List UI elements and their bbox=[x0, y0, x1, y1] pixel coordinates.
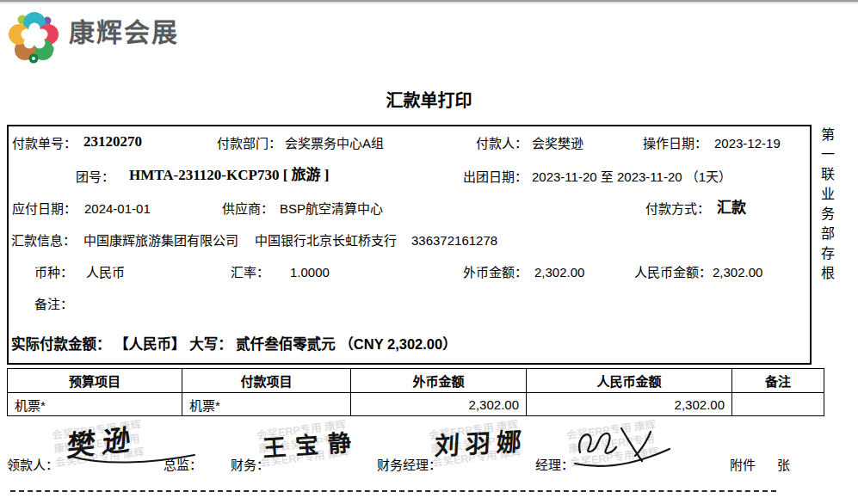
payer-label: 付款人： bbox=[476, 135, 528, 152]
finance-manager-signature: 刘羽娜 bbox=[434, 421, 528, 462]
payment-no-value: 23120270 bbox=[83, 133, 142, 151]
cell-payment-item: 机票* bbox=[182, 393, 351, 416]
stub-copy-label: 第一联业务部存根 bbox=[816, 127, 836, 286]
foreign-amount-label: 外币金额： bbox=[463, 264, 528, 281]
payee-signature-swoosh bbox=[69, 452, 198, 466]
op-date-value: 2023-12-19 bbox=[714, 135, 781, 152]
due-date-label: 应付日期： bbox=[12, 200, 77, 218]
rate-label: 汇率： bbox=[231, 264, 269, 281]
finance-signature: 王宝静 bbox=[262, 423, 361, 464]
manager-signature bbox=[568, 423, 676, 471]
brand-logo-icon bbox=[7, 10, 62, 65]
items-table: 预算项目 付款项目 外币金额 人民币金额 备注 机票* 机票* 2,302.00… bbox=[7, 368, 824, 416]
remit-bank: 中国银行北京长虹桥支行 bbox=[255, 232, 397, 249]
pay-method-label: 付款方式： bbox=[645, 200, 710, 218]
col-payment-item: 付款项目 bbox=[182, 369, 351, 393]
supplier-value: BSP航空清算中心 bbox=[280, 200, 383, 218]
top-divider bbox=[0, 0, 858, 3]
group-no-value: HMTA-231120-KCP730 [ 旅游 ] bbox=[129, 167, 329, 184]
payee-label: 领款人： bbox=[7, 457, 59, 474]
col-cny-amount: 人民币金额 bbox=[527, 369, 732, 393]
cell-cny-amount: 2,302.00 bbox=[527, 393, 732, 416]
group-no-label: 团号： bbox=[76, 169, 114, 186]
foreign-amount-value: 2,302.00 bbox=[534, 264, 584, 281]
cell-foreign-amount: 2,302.00 bbox=[351, 393, 527, 416]
cny-amount-value: 2,302.00 bbox=[713, 264, 762, 281]
cny-amount-label: 人民币金额： bbox=[634, 264, 712, 281]
op-date-label: 操作日期： bbox=[643, 135, 707, 152]
remit-info-label: 汇款信息： bbox=[11, 232, 76, 249]
finance-manager-label: 财务经理： bbox=[377, 457, 441, 474]
remit-company: 中国康辉旅游集团有限公司 bbox=[83, 232, 238, 249]
remit-account: 336372161278 bbox=[411, 232, 497, 249]
currency-value: 人民币 bbox=[86, 264, 125, 281]
page-title: 汇款单打印 bbox=[0, 87, 858, 112]
attachment-label: 附件 bbox=[730, 457, 756, 474]
col-remark: 备注 bbox=[732, 369, 824, 393]
col-budget-item: 预算项目 bbox=[8, 369, 182, 393]
items-header-row: 预算项目 付款项目 外币金额 人民币金额 备注 bbox=[8, 369, 824, 393]
currency-label: 币种： bbox=[34, 264, 73, 281]
cell-budget-item: 机票* bbox=[8, 393, 182, 416]
due-date-value: 2024-01-01 bbox=[84, 200, 151, 218]
rate-value: 1.0000 bbox=[290, 264, 330, 281]
pay-dept-value: 会奖票务中心A组 bbox=[285, 135, 384, 152]
pay-dept-label: 付款部门： bbox=[217, 135, 281, 152]
brand-name: 康辉会展 bbox=[69, 24, 179, 41]
supplier-label: 供应商： bbox=[222, 200, 274, 218]
depart-date-label: 出团日期： bbox=[463, 169, 528, 186]
cell-remark bbox=[732, 393, 824, 416]
remittance-print-page: 康辉会展 汇款单打印 付款单号： 23120270 付款部门： 会奖票务中心A组… bbox=[0, 0, 858, 504]
attachment-unit: 张 bbox=[777, 457, 790, 474]
payer-value: 会奖樊逊 bbox=[532, 135, 583, 152]
depart-date-value: 2023-11-20 至 2023-11-20 （1天） bbox=[532, 169, 731, 186]
table-row: 机票* 机票* 2,302.00 2,302.00 bbox=[8, 393, 824, 416]
actual-amount-line: 实际付款金额： 【人民币】 大写： 贰仟叁佰零贰元 （CNY 2,302.00） bbox=[11, 335, 457, 353]
remark-label: 备注： bbox=[34, 296, 73, 313]
cut-line bbox=[10, 490, 776, 492]
col-foreign-amount: 外币金额 bbox=[351, 369, 527, 393]
payment-no-label: 付款单号： bbox=[12, 135, 77, 152]
pay-method-value: 汇款 bbox=[717, 200, 746, 217]
